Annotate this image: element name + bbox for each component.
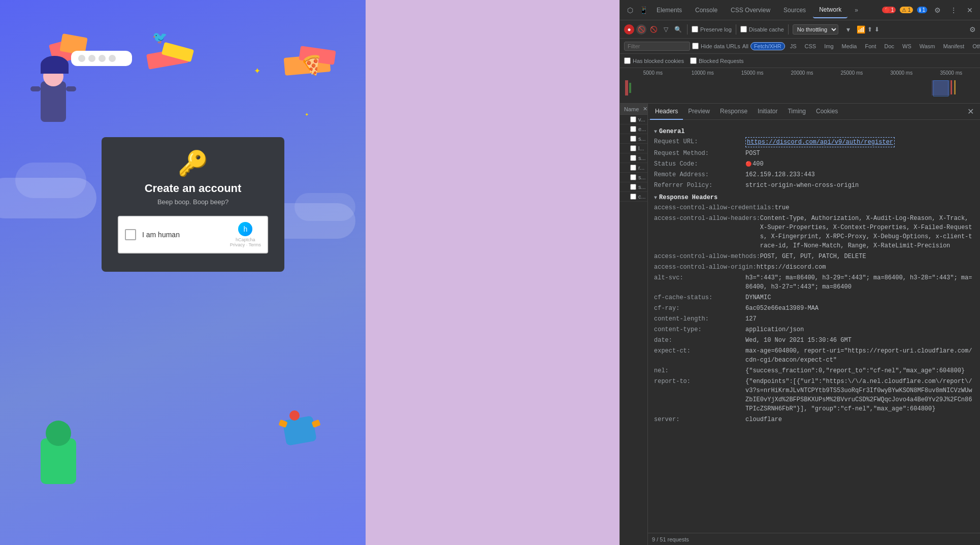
tab-network[interactable]: Network [813, 2, 847, 18]
record-button[interactable]: ● [624, 24, 634, 35]
network-item-checkbox-8[interactable] [630, 184, 636, 190]
timeline-mark-4: 20000 ms [777, 70, 827, 76]
timeline-ruler: 5000 ms 10000 ms 15000 ms 20000 ms 25000… [620, 68, 980, 78]
disable-cache-checkbox[interactable] [740, 26, 747, 33]
preserve-log-label[interactable]: Preserve log [692, 26, 732, 33]
bird-deco: 🐦 [151, 29, 169, 46]
tab-timing[interactable]: Timing [782, 104, 811, 120]
resp-key-8: content-type: [654, 325, 745, 334]
tab-more[interactable]: » [848, 2, 864, 18]
network-item-checkbox-1[interactable] [630, 116, 636, 122]
resp-header-3: access-control-allow-origin: https://dis… [654, 263, 974, 272]
more-icon[interactable]: ⋮ [948, 4, 960, 16]
filter-icon[interactable]: ▽ [661, 24, 671, 35]
devtools-topbar: ⬡ 📱 Elements Console CSS Overview Source… [620, 0, 980, 20]
network-item-3[interactable]: s... [620, 134, 647, 144]
general-section-header[interactable]: General [654, 128, 974, 135]
hide-data-urls-label[interactable]: Hide data URLs [692, 43, 740, 49]
inspect-icon[interactable]: ⬡ [624, 4, 636, 16]
network-item-4[interactable]: l... [620, 144, 647, 153]
network-item-checkbox-5[interactable] [630, 155, 636, 161]
timeline-mark-2: 10000 ms [678, 70, 728, 76]
throttle-dropdown-icon[interactable]: ▾ [842, 23, 855, 36]
close-pane-icon[interactable]: ✕ [643, 106, 647, 112]
filter-other[interactable]: Other [969, 43, 980, 50]
network-item-checkbox-9[interactable] [630, 194, 636, 200]
modal-title: Create an account [145, 182, 242, 195]
filter-media[interactable]: Media [839, 43, 860, 50]
network-item-checkbox-3[interactable] [630, 136, 636, 142]
download-icon[interactable]: ⬇ [874, 26, 879, 33]
settings-icon[interactable]: ⚙ [931, 4, 943, 16]
warning-badge: ⚠ 1 [900, 7, 912, 13]
captcha-links[interactable]: Privacy · Terms [230, 242, 261, 247]
tab-elements[interactable]: Elements [650, 2, 688, 18]
clear-button[interactable]: 🚫 [648, 24, 659, 35]
hide-data-urls-checkbox[interactable] [692, 43, 699, 49]
network-item-checkbox-2[interactable] [630, 126, 636, 132]
filter-img[interactable]: Img [821, 43, 836, 50]
close-icon[interactable]: ✕ [964, 4, 976, 16]
upload-icon[interactable]: ⬆ [867, 26, 872, 33]
resp-key-6: cf-ray: [654, 304, 745, 313]
filter-font[interactable]: Font [862, 43, 879, 50]
network-item-5[interactable]: s... [620, 153, 647, 163]
filter-wasm[interactable]: Wasm [917, 43, 938, 50]
filter-fetch-xhr[interactable]: Fetch/XHR [750, 42, 785, 50]
network-settings-icon[interactable]: ⚙ [969, 25, 976, 34]
has-blocked-cookies-checkbox[interactable] [624, 57, 631, 64]
has-blocked-cookies-label[interactable]: Has blocked cookies [624, 57, 684, 64]
network-item-6[interactable]: r... [620, 163, 647, 173]
captcha-checkbox[interactable] [125, 229, 136, 240]
filter-doc[interactable]: Doc [881, 43, 897, 50]
timeline-mark-1: 5000 ms [628, 70, 678, 76]
network-item-7[interactable]: s... [620, 173, 647, 182]
captcha-box[interactable]: I am human h hCaptcha Privacy · Terms [118, 216, 268, 253]
network-item-8[interactable]: s... [620, 182, 647, 192]
hcaptcha-brand: hCaptcha [236, 237, 255, 242]
tab-sources[interactable]: Sources [777, 2, 812, 18]
resp-header-7: content-length: 127 [654, 314, 974, 324]
filter-js[interactable]: JS [787, 43, 800, 50]
blocked-requests-checkbox[interactable] [690, 57, 697, 64]
network-item-9[interactable]: c... [620, 192, 647, 202]
close-detail-panel[interactable]: ✕ [963, 107, 978, 116]
network-item-checkbox-7[interactable] [630, 174, 636, 180]
tab-css-overview[interactable]: CSS Overview [725, 2, 776, 18]
resp-val-2: POST, GET, PUT, PATCH, DELETE [760, 252, 866, 261]
tab-headers[interactable]: Headers [650, 104, 683, 120]
filter-css[interactable]: CSS [802, 43, 820, 50]
devtools-timeline[interactable]: 5000 ms 10000 ms 15000 ms 20000 ms 25000… [620, 68, 980, 104]
stop-button[interactable]: 🚫 [636, 24, 646, 35]
status-code-value: 400 [745, 159, 764, 169]
filter-ws[interactable]: WS [899, 43, 914, 50]
tab-preview[interactable]: Preview [683, 104, 715, 120]
request-method-row: Request Method: POST [654, 149, 974, 158]
resp-key-13: server: [654, 415, 745, 424]
network-item-checkbox-6[interactable] [630, 165, 636, 171]
network-item-2[interactable]: e... [620, 124, 647, 134]
disable-cache-label[interactable]: Disable cache [740, 26, 784, 33]
filter-manifest[interactable]: Manifest [940, 43, 968, 50]
tab-console[interactable]: Console [689, 2, 724, 18]
response-headers-section-header[interactable]: Response Headers [654, 194, 974, 201]
network-item-1[interactable]: v... [620, 115, 647, 124]
captcha-label: I am human [142, 231, 224, 239]
resp-header-1: access-control-allow-headers: Content-Ty… [654, 214, 974, 250]
throttle-select[interactable]: No throttling [793, 24, 838, 35]
tab-cookies[interactable]: Cookies [811, 104, 843, 120]
sparkle-3: ✦ [305, 112, 309, 117]
resp-val-11: {"success_fraction":0,"report_to":"cf-ne… [745, 366, 965, 375]
blocked-requests-label[interactable]: Blocked Requests [690, 57, 744, 64]
network-list-header: Name ✕ [620, 104, 647, 115]
device-icon[interactable]: 📱 [637, 4, 649, 16]
filter-input[interactable] [624, 42, 690, 51]
request-url-value[interactable]: https://discord.com/api/v9/auth/register [745, 137, 895, 147]
toolbar-separator-3 [788, 24, 789, 35]
tab-initiator[interactable]: Initiator [753, 104, 782, 120]
search-icon[interactable]: 🔍 [673, 24, 683, 35]
request-method-value: POST [745, 149, 760, 158]
preserve-log-checkbox[interactable] [692, 26, 698, 33]
network-item-checkbox-4[interactable] [630, 145, 636, 151]
tab-response[interactable]: Response [715, 104, 753, 120]
